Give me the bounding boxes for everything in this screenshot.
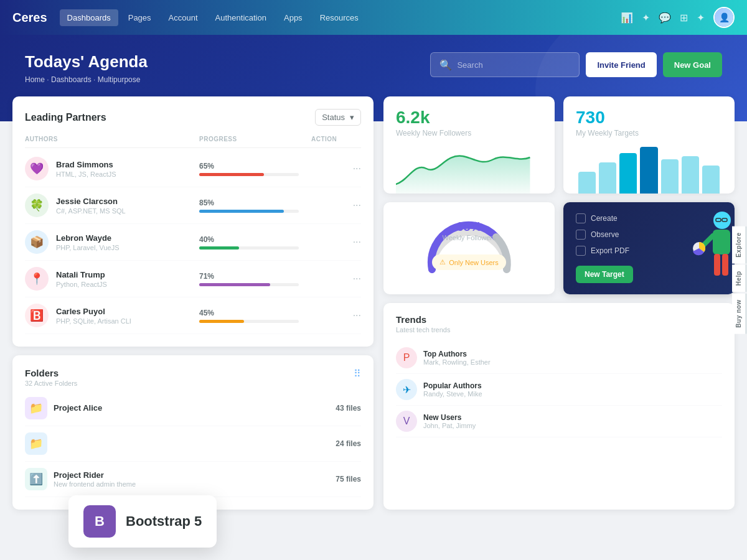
option-checkbox[interactable] [576, 213, 586, 223]
trend-name: Top Authors [423, 350, 491, 358]
followers-label: Weekly New Followers [396, 129, 542, 138]
bootstrap-badge-overlay: B Bootstrap 5 [68, 495, 217, 548]
bar-item [661, 159, 679, 194]
nav-item-dashboards[interactable]: Dashboards [60, 9, 118, 26]
sparkle-icon[interactable]: ✦ [642, 12, 650, 24]
folder-name: Project Rider [54, 470, 136, 480]
user-avatar[interactable]: 👤 [713, 7, 735, 28]
action-dots[interactable]: ··· [311, 310, 361, 321]
progress-bar-bg [199, 283, 299, 286]
partner-name: Natali Trump [56, 270, 107, 279]
nav-item-authentication[interactable]: Authentication [208, 9, 274, 26]
svg-rect-4 [714, 254, 720, 276]
progress-area: 65% [199, 162, 311, 176]
nav-item-resources[interactable]: Resources [312, 9, 366, 26]
progress-pct: 85% [199, 198, 311, 207]
progress-bar-bg [199, 320, 299, 323]
trend-row: V New Users John, Pat, Jimmy [396, 406, 722, 437]
partner-name: Jessie Clarcson [56, 197, 126, 206]
side-tab-buy-now[interactable]: Buy now [732, 293, 747, 334]
partner-row: 📦 Lebron Wayde PHP, Laravel, VueJS 40% ·… [25, 224, 361, 261]
lp-header: Leading Partners Status ▾ [25, 109, 361, 126]
search-input[interactable] [457, 60, 570, 70]
folder-grid-icon[interactable]: ⠿ [354, 368, 361, 380]
lp-title: Leading Partners [25, 112, 106, 123]
nav-item-apps[interactable]: Apps [276, 9, 310, 26]
invite-friend-button[interactable]: Invite Friend [586, 52, 656, 77]
trends-subtitle: Latest tech trends [396, 326, 722, 334]
bootstrap-icon: B [83, 505, 116, 538]
partner-row: 📍 Natali Trump Python, ReactJS 71% ··· [25, 261, 361, 297]
nav-item-pages[interactable]: Pages [121, 9, 159, 26]
partner-tech: C#, ASP.NET, MS SQL [56, 207, 126, 215]
partner-avatar: 🅱️ [25, 304, 49, 327]
gauge-container: 68% Weekly Followers [396, 213, 542, 245]
progress-bar-fill [199, 320, 244, 323]
action-dots[interactable]: ··· [311, 163, 361, 174]
partner-info: 📍 Natali Trump Python, ReactJS [25, 267, 199, 291]
partner-name: Brad Simmons [56, 160, 116, 169]
progress-bar-bg [199, 173, 299, 176]
svg-rect-3 [713, 230, 730, 254]
trend-row: ✈ Popular Authors Randy, Steve, Mike [396, 374, 722, 406]
search-box[interactable]: 🔍 [430, 52, 580, 77]
side-tabs: Explore Help Buy now [732, 226, 747, 334]
grid-icon[interactable]: ⊞ [680, 12, 688, 24]
progress-pct: 65% [199, 162, 311, 170]
svg-rect-5 [722, 254, 728, 276]
folder-files: 43 files [336, 404, 361, 413]
folder-files: 24 files [336, 439, 361, 448]
status-dropdown[interactable]: Status ▾ [315, 109, 361, 126]
breadcrumb: Home · Dashboards · Multipurpose [25, 75, 722, 84]
partner-name: Carles Puyol [56, 307, 131, 316]
action-dots[interactable]: ··· [311, 200, 361, 211]
option-checkbox[interactable] [576, 246, 586, 256]
action-dots[interactable]: ··· [311, 273, 361, 284]
side-tab-help[interactable]: Help [732, 265, 747, 292]
option-checkbox[interactable] [576, 230, 586, 240]
bottom-right-row: 68% Weekly Followers ⚠ Only New Users Ce… [383, 202, 735, 294]
dark-options-card: CereateObserveExport PDF New Target [563, 202, 735, 294]
progress-bar-bg [199, 246, 299, 250]
followers-area-chart [396, 144, 542, 194]
mail-icon[interactable]: 💬 [659, 12, 671, 24]
progress-area: 85% [199, 198, 311, 213]
trend-name: New Users [423, 413, 476, 422]
folders-header: Folders 32 Active Folders ⠿ [25, 368, 361, 387]
folder-icon: 📁 [25, 397, 47, 419]
action-dots[interactable]: ··· [311, 236, 361, 248]
progress-bar-bg [199, 210, 299, 213]
followers-card: 6.2k Weekly New Followers [383, 96, 555, 194]
partner-tech: PHP, Laravel, VueJS [56, 244, 120, 251]
partner-row: 🍀 Jessie Clarcson C#, ASP.NET, MS SQL 85… [25, 187, 361, 224]
bar-item [599, 162, 616, 194]
trend-icon: P [396, 347, 417, 368]
progress-area: 45% [199, 309, 311, 323]
partner-avatar: 💜 [25, 157, 49, 180]
leading-partners-card: Leading Partners Status ▾ AUTHORS PROGRE… [12, 96, 374, 347]
settings-icon[interactable]: ✦ [697, 12, 705, 24]
nav-item-account[interactable]: Account [161, 9, 205, 26]
folders-card: Folders 32 Active Folders ⠿ 📁 Project Al… [12, 355, 374, 510]
partners-list: 💜 Brad Simmons HTML, JS, ReactJS 65% ···… [25, 151, 361, 334]
partner-info: 🍀 Jessie Clarcson C#, ASP.NET, MS SQL [25, 194, 199, 217]
trend-name: Popular Authors [423, 381, 482, 390]
side-tab-explore[interactable]: Explore [732, 226, 747, 263]
bar-item [578, 172, 596, 194]
new-target-button[interactable]: New Target [576, 266, 633, 283]
partner-info: 📦 Lebron Wayde PHP, Laravel, VueJS [25, 230, 199, 254]
bar-item [640, 147, 657, 194]
bar-item [682, 156, 699, 194]
progress-bar-fill [199, 173, 264, 176]
chart-icon[interactable]: 📊 [621, 12, 633, 24]
progress-bar-fill [199, 246, 239, 250]
new-goal-button[interactable]: New Goal [663, 52, 722, 77]
folders-list: 📁 Project Alice 43 files 📁 24 files ⬆️ P… [25, 391, 361, 497]
brand-logo: Ceres [12, 11, 47, 25]
targets-label: My Weekly Targets [576, 129, 722, 138]
page-title: Todays' Agenda [25, 52, 722, 72]
folder-files: 75 files [336, 475, 361, 483]
left-column: Leading Partners Status ▾ AUTHORS PROGRE… [12, 96, 374, 510]
weekly-targets-card: 730 My Weekly Targets [563, 96, 735, 194]
folder-desc: New frontend admin theme [54, 480, 136, 488]
